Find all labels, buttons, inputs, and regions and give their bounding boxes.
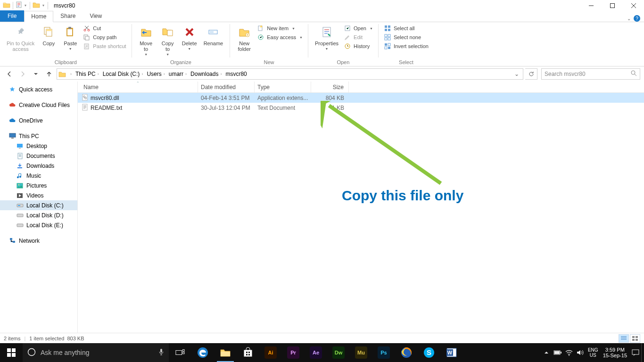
share-tab[interactable]: Share (53, 10, 83, 22)
maximize-button[interactable] (602, 0, 623, 11)
file-row[interactable]: msvcr80.dll 04-Feb-14 3:51 PM Applicatio… (78, 93, 644, 103)
tree-local-disk-d[interactable]: Local Disk (D:) (0, 210, 77, 220)
new-folder-button[interactable]: New folder (234, 23, 255, 52)
invert-selection-button[interactable]: Invert selection (382, 42, 430, 50)
view-details-button[interactable] (619, 334, 629, 343)
breadcrumb-chevron[interactable]: › (66, 69, 74, 79)
tray-wifi-icon[interactable] (563, 343, 575, 362)
crumb-downloads[interactable]: Downloads› (189, 69, 223, 79)
view-large-icons-button[interactable] (630, 334, 640, 343)
copy-to-button[interactable]: Copy to ▼ (157, 23, 178, 56)
taskbar-illustrator[interactable]: Ai (259, 343, 282, 362)
taskbar-edge[interactable] (191, 343, 214, 362)
tray-action-center-icon[interactable] (630, 343, 641, 362)
status-selected: 1 item selected (29, 336, 64, 341)
file-date: 04-Feb-14 3:51 PM (198, 95, 255, 101)
qat-properties-icon[interactable] (16, 1, 22, 10)
search-input[interactable]: Search msvcr80 (541, 68, 640, 80)
easy-access-button[interactable]: Easy access▼ (256, 33, 304, 41)
crumb-msvcr80[interactable]: msvcr80 (223, 69, 248, 79)
tree-creative-cloud[interactable]: Creative Cloud Files (0, 100, 77, 110)
file-tab[interactable]: File (0, 10, 24, 22)
chevron-down-icon[interactable]: ▾ (41, 3, 45, 8)
crumb-this-pc[interactable]: This PC› (74, 69, 101, 79)
column-date[interactable]: Date modified (198, 82, 255, 92)
select-all-button[interactable]: Select all (382, 24, 430, 33)
crumb-umarr[interactable]: umarr› (167, 69, 189, 79)
cut-button[interactable]: Cut (82, 24, 127, 33)
tree-pictures[interactable]: Pictures (0, 181, 77, 190)
home-tab[interactable]: Home (24, 11, 53, 22)
rename-button[interactable]: Rename (201, 23, 226, 46)
svg-point-33 (631, 71, 635, 74)
taskbar-photoshop[interactable]: Ps (372, 343, 395, 362)
tree-quick-access[interactable]: Quick access (0, 84, 77, 94)
start-button[interactable] (0, 343, 23, 362)
cortana-search[interactable]: Ask me anything (23, 343, 169, 362)
microphone-icon[interactable] (158, 348, 164, 357)
tree-this-pc[interactable]: This PC (0, 131, 77, 141)
new-item-button[interactable]: New item▼ (256, 24, 304, 33)
file-row[interactable]: README.txt 30-Jul-13 12:04 PM Text Docum… (78, 103, 644, 113)
edit-button[interactable]: Edit (342, 33, 374, 41)
breadcrumb[interactable]: › This PC› Local Disk (C:)› Users› umarr… (57, 68, 523, 80)
minimize-button[interactable] (580, 0, 602, 11)
column-name[interactable]: ⌃Name (78, 82, 198, 92)
column-type[interactable]: Type (255, 82, 311, 92)
crumb-local-c[interactable]: Local Disk (C:)› (101, 69, 145, 79)
forward-button[interactable] (17, 68, 28, 80)
taskbar-after-effects[interactable]: Ae (305, 343, 327, 362)
taskbar-skype[interactable]: S (418, 343, 440, 362)
address-dropdown-icon[interactable]: ⌄ (512, 71, 522, 77)
tree-local-disk-c[interactable]: Local Disk (C:) (0, 200, 77, 210)
tree-documents[interactable]: Documents (0, 151, 77, 161)
close-button[interactable] (623, 0, 644, 11)
paste-shortcut-button[interactable]: Paste shortcut (82, 42, 127, 50)
tray-clock[interactable]: 3:59 PM15-Sep-15 (600, 347, 630, 358)
tree-downloads[interactable]: Downloads (0, 161, 77, 171)
paste-icon (63, 25, 78, 40)
up-button[interactable] (43, 68, 55, 80)
task-view-button[interactable] (169, 343, 191, 362)
tray-volume-icon[interactable] (575, 343, 586, 362)
pin-to-quick-access-button[interactable]: Pin to Quick access (4, 23, 37, 52)
help-icon[interactable]: ? (634, 15, 640, 22)
tree-onedrive[interactable]: OneDrive (0, 115, 77, 125)
copy-path-button[interactable]: Copy path (82, 33, 127, 41)
minimize-ribbon-icon[interactable]: ⌄ (627, 16, 631, 21)
back-button[interactable] (4, 68, 15, 80)
properties-button[interactable]: Properties ▼ (312, 23, 341, 50)
tree-music[interactable]: Music (0, 171, 77, 181)
taskbar-muse[interactable]: Mu (350, 343, 372, 362)
taskbar-firefox[interactable] (395, 343, 418, 362)
crumb-users[interactable]: Users› (145, 69, 166, 79)
paste-button[interactable]: Paste ▼ (60, 23, 81, 50)
svg-rect-47 (10, 238, 12, 240)
copy-button[interactable]: Copy (38, 23, 59, 46)
tray-language[interactable]: ENGUS (586, 347, 600, 358)
tree-network[interactable]: Network (0, 236, 77, 246)
recent-locations-button[interactable] (30, 68, 41, 80)
taskbar-file-explorer[interactable] (214, 343, 237, 362)
tree-desktop[interactable]: Desktop (0, 141, 77, 151)
delete-button[interactable]: Delete ▼ (179, 23, 200, 50)
column-size[interactable]: Size (311, 82, 349, 92)
view-tab[interactable]: View (83, 10, 109, 22)
open-button[interactable]: Open▼ (342, 24, 374, 33)
tray-show-hidden-icons[interactable] (541, 343, 552, 362)
tree-videos[interactable]: Videos (0, 190, 77, 200)
select-none-button[interactable]: Select none (382, 33, 430, 41)
main-area: Quick access Creative Cloud Files OneDri… (0, 82, 644, 333)
taskbar-store[interactable] (237, 343, 259, 362)
history-button[interactable]: History (342, 42, 374, 50)
chevron-down-icon[interactable]: ▾ (24, 3, 27, 8)
taskbar-dreamweaver[interactable]: Dw (327, 343, 350, 362)
svg-rect-45 (17, 214, 23, 217)
refresh-button[interactable] (525, 68, 537, 80)
show-desktop-button[interactable] (641, 343, 644, 362)
tree-local-disk-e[interactable]: Local Disk (E:) (0, 220, 77, 230)
taskbar-word[interactable]: W (440, 343, 463, 362)
move-to-button[interactable]: Move to ▼ (136, 23, 157, 56)
taskbar-premiere[interactable]: Pr (282, 343, 305, 362)
tray-battery-icon[interactable] (552, 343, 563, 362)
